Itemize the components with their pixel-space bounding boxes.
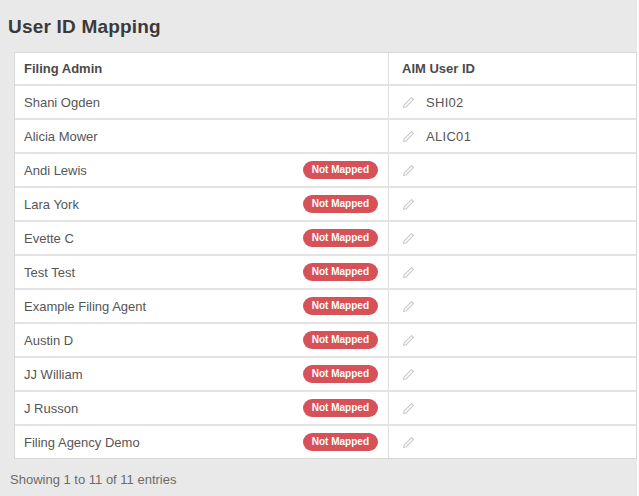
filing-admin-name: Example Filing Agent: [24, 299, 146, 314]
not-mapped-badge: Not Mapped: [303, 297, 378, 315]
not-mapped-badge: Not Mapped: [303, 433, 378, 451]
aim-user-id-cell: [388, 222, 636, 254]
edit-icon[interactable]: [402, 436, 415, 449]
aim-user-id-cell: [388, 154, 636, 186]
page-background: User ID Mapping Filing Admin AIM User ID…: [0, 0, 637, 496]
aim-user-id-value: SHI02: [426, 95, 464, 110]
filing-admin-cell: J Russon Not Mapped: [15, 392, 388, 424]
table-row: Austin D Not Mapped: [15, 322, 636, 356]
filing-admin-name: Test Test: [24, 265, 75, 280]
table-row: Alicia Mower ALIC01: [15, 118, 636, 152]
table-body: Shani Ogden SHI02 Alicia Mower ALIC01: [15, 84, 636, 458]
aim-user-id-cell: [388, 426, 636, 458]
filing-admin-cell: Andi Lewis Not Mapped: [15, 154, 388, 186]
edit-icon[interactable]: [402, 300, 415, 313]
edit-icon[interactable]: [402, 402, 415, 415]
table-row: Andi Lewis Not Mapped: [15, 152, 636, 186]
user-id-mapping-table: Filing Admin AIM User ID Shani Ogden SHI…: [14, 52, 637, 459]
edit-icon[interactable]: [402, 232, 415, 245]
filing-admin-cell: Austin D Not Mapped: [15, 324, 388, 356]
table-row: Filing Agency Demo Not Mapped: [15, 424, 636, 458]
filing-admin-cell: Evette C Not Mapped: [15, 222, 388, 254]
filing-admin-cell: Test Test Not Mapped: [15, 256, 388, 288]
page-title: User ID Mapping: [0, 0, 637, 38]
filing-admin-cell: Example Filing Agent Not Mapped: [15, 290, 388, 322]
aim-user-id-cell: SHI02: [388, 86, 636, 118]
not-mapped-badge: Not Mapped: [303, 229, 378, 247]
table-row: Example Filing Agent Not Mapped: [15, 288, 636, 322]
aim-user-id-cell: [388, 188, 636, 220]
filing-admin-name: JJ William: [24, 367, 83, 382]
table-header-row: Filing Admin AIM User ID: [15, 53, 636, 84]
edit-icon[interactable]: [402, 266, 415, 279]
not-mapped-badge: Not Mapped: [303, 263, 378, 281]
filing-admin-name: Evette C: [24, 231, 74, 246]
table-row: Test Test Not Mapped: [15, 254, 636, 288]
filing-admin-name: Andi Lewis: [24, 163, 87, 178]
column-header-aim-user-id: AIM User ID: [388, 53, 636, 84]
edit-icon[interactable]: [402, 130, 415, 143]
column-header-filing-admin: Filing Admin: [15, 53, 388, 84]
table-row: Lara York Not Mapped: [15, 186, 636, 220]
table-info: Showing 1 to 11 of 11 entries: [0, 459, 637, 487]
filing-admin-name: Filing Agency Demo: [24, 435, 140, 450]
filing-admin-name: Shani Ogden: [24, 95, 100, 110]
table-row: Evette C Not Mapped: [15, 220, 636, 254]
not-mapped-badge: Not Mapped: [303, 195, 378, 213]
filing-admin-cell: Filing Agency Demo Not Mapped: [15, 426, 388, 458]
aim-user-id-value: ALIC01: [426, 129, 471, 144]
aim-user-id-cell: [388, 392, 636, 424]
table-row: JJ William Not Mapped: [15, 356, 636, 390]
not-mapped-badge: Not Mapped: [303, 331, 378, 349]
edit-icon[interactable]: [402, 164, 415, 177]
aim-user-id-cell: [388, 324, 636, 356]
filing-admin-cell: Shani Ogden: [15, 86, 388, 118]
aim-user-id-cell: ALIC01: [388, 120, 636, 152]
edit-icon[interactable]: [402, 198, 415, 211]
edit-icon[interactable]: [402, 368, 415, 381]
filing-admin-name: Austin D: [24, 333, 73, 348]
filing-admin-name: Alicia Mower: [24, 129, 98, 144]
edit-icon[interactable]: [402, 96, 415, 109]
filing-admin-name: Lara York: [24, 197, 79, 212]
filing-admin-name: J Russon: [24, 401, 78, 416]
aim-user-id-cell: [388, 256, 636, 288]
table-row: J Russon Not Mapped: [15, 390, 636, 424]
filing-admin-cell: Lara York Not Mapped: [15, 188, 388, 220]
not-mapped-badge: Not Mapped: [303, 161, 378, 179]
filing-admin-cell: Alicia Mower: [15, 120, 388, 152]
edit-icon[interactable]: [402, 334, 415, 347]
aim-user-id-cell: [388, 290, 636, 322]
table-row: Shani Ogden SHI02: [15, 84, 636, 118]
aim-user-id-cell: [388, 358, 636, 390]
not-mapped-badge: Not Mapped: [303, 365, 378, 383]
filing-admin-cell: JJ William Not Mapped: [15, 358, 388, 390]
not-mapped-badge: Not Mapped: [303, 399, 378, 417]
